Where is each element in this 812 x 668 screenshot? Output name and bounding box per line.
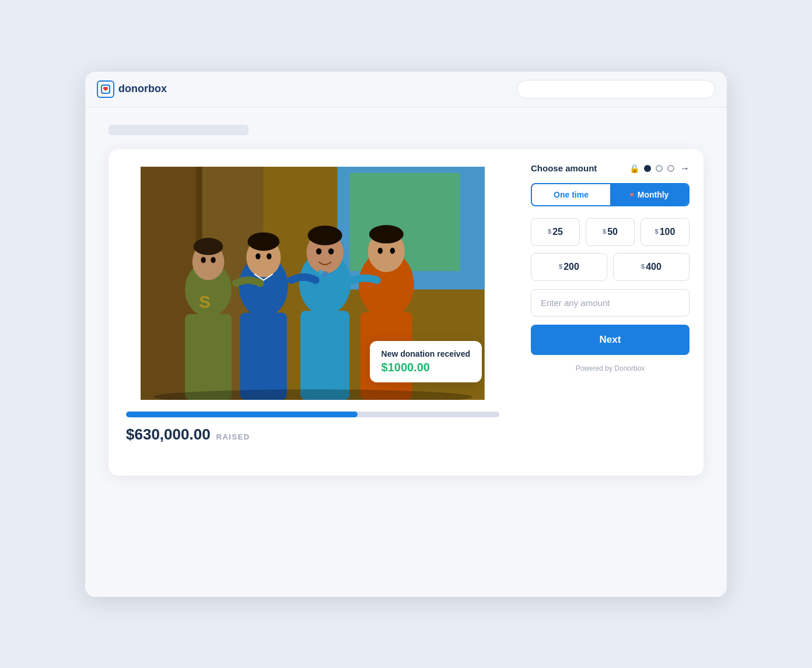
arrow-right-icon: →: [680, 163, 690, 174]
hero-image: S: [126, 167, 499, 400]
step-dot-3: [667, 165, 674, 172]
amount-btn-400[interactable]: $ 400: [613, 253, 690, 281]
progress-bar-fill: [126, 412, 358, 417]
monthly-button[interactable]: ♥ Monthly: [610, 184, 688, 205]
choose-amount-header: Choose amount 🔒 →: [517, 149, 704, 183]
amount-value-100: 100: [660, 227, 676, 237]
page-content: S: [85, 107, 727, 597]
step-indicators: 🔒 →: [629, 163, 690, 174]
amount-btn-200[interactable]: $ 200: [531, 253, 607, 281]
page-title-placeholder: [108, 125, 249, 135]
raised-label: RAISED: [216, 433, 250, 441]
currency-100: $: [655, 228, 659, 235]
progress-bar-wrap: [126, 412, 499, 417]
raised-info: $630,000.00 RAISED: [126, 426, 499, 444]
main-card: S: [108, 149, 704, 476]
left-panel: S: [108, 149, 517, 476]
custom-amount-input[interactable]: [531, 289, 690, 317]
brand-name: donorbox: [118, 83, 167, 95]
heart-icon: ♥: [630, 191, 634, 199]
url-bar[interactable]: [517, 80, 715, 99]
amount-grid-row2: $ 200 $ 400: [517, 253, 704, 281]
brand-logo: donorbox: [97, 80, 167, 98]
frequency-toggle: One time ♥ Monthly: [531, 183, 690, 206]
next-button[interactable]: Next: [531, 325, 690, 355]
amount-btn-50[interactable]: $ 50: [586, 218, 635, 246]
popup-title: New donation received: [382, 349, 470, 358]
amount-btn-100[interactable]: $ 100: [640, 218, 690, 246]
monthly-label: Monthly: [638, 190, 669, 199]
step-dot-1: [644, 165, 651, 172]
amount-value-400: 400: [646, 262, 662, 272]
step-dot-2: [656, 165, 663, 172]
amount-btn-25[interactable]: $ 25: [531, 218, 580, 246]
amount-value-200: 200: [564, 262, 579, 272]
powered-by: Powered by Donorbox: [517, 364, 704, 372]
one-time-button[interactable]: One time: [532, 184, 610, 205]
amount-value-25: 25: [552, 227, 563, 237]
amount-value-50: 50: [607, 227, 618, 237]
donation-popup: New donation received $1000.00: [370, 341, 482, 382]
amount-grid-row1: $ 25 $ 50 $ 100: [517, 218, 704, 246]
choose-amount-title: Choose amount: [531, 163, 597, 173]
popup-amount: $1000.00: [382, 361, 470, 374]
currency-200: $: [559, 263, 562, 270]
progress-section: $630,000.00 RAISED: [108, 400, 517, 461]
logo-icon: [97, 80, 114, 98]
browser-frame: donorbox: [85, 72, 727, 597]
currency-400: $: [641, 263, 645, 270]
topbar: donorbox: [85, 72, 727, 107]
lock-icon: 🔒: [629, 164, 639, 173]
right-panel: Choose amount 🔒 → One time ♥ Monthly: [517, 149, 704, 476]
currency-50: $: [603, 228, 606, 235]
currency-25: $: [548, 228, 551, 235]
raised-amount: $630,000.00: [126, 426, 211, 444]
